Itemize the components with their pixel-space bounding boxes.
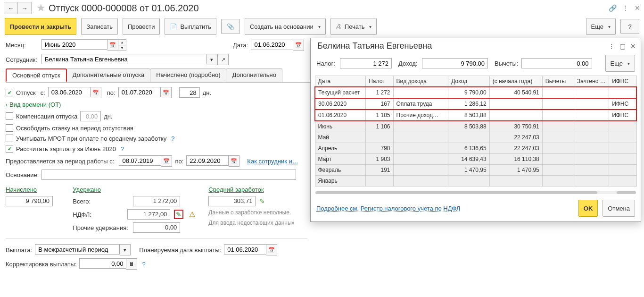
- pay-button[interactable]: 📄Выплатить: [165, 18, 216, 35]
- table-header[interactable]: Вычеты: [542, 76, 574, 87]
- vacation-from-field[interactable]: [48, 87, 91, 97]
- popup-deduct-label: Вычеты:: [495, 60, 519, 67]
- table-header[interactable]: Налог: [366, 76, 393, 87]
- accrued-header[interactable]: Начислено: [6, 186, 59, 193]
- table-header[interactable]: Зачтено …: [574, 76, 609, 87]
- tab-additional[interactable]: Дополнительно: [226, 68, 282, 82]
- work-period-to-field[interactable]: [186, 155, 229, 166]
- table-row[interactable]: Июнь1 1068 503,8830 750,91: [315, 121, 636, 132]
- basis-field[interactable]: [41, 170, 296, 180]
- correction-help-icon[interactable]: ?: [142, 261, 145, 268]
- calc-salary-help-icon[interactable]: ?: [121, 145, 124, 153]
- post-and-close-button[interactable]: Провести и закрыть: [5, 18, 76, 35]
- correction-field[interactable]: [79, 258, 126, 269]
- payment-mode-dropdown-icon[interactable]: ▾: [120, 244, 131, 255]
- planned-date-calendar-icon[interactable]: 📅: [266, 244, 277, 255]
- table-header[interactable]: Доход: [448, 76, 489, 87]
- vacation-from-calendar-icon[interactable]: 📅: [91, 87, 101, 98]
- date-calendar-icon[interactable]: 📅: [293, 40, 304, 51]
- popup-kebab-icon[interactable]: ⋮: [608, 42, 615, 50]
- work-period-from-field[interactable]: [119, 155, 161, 166]
- work-period-from-calendar-icon[interactable]: 📅: [161, 155, 172, 167]
- vacation-to-calendar-icon[interactable]: 📅: [161, 87, 172, 98]
- table-row[interactable]: Февраль1911 470,951 470,95: [315, 165, 636, 176]
- withheld-header[interactable]: Удержано: [73, 186, 195, 193]
- vacation-label: Отпуск: [16, 89, 36, 96]
- date-field[interactable]: [251, 40, 293, 50]
- payment-mode-field[interactable]: [35, 244, 120, 255]
- accrued-value: 9 790,00: [6, 196, 53, 206]
- table-header[interactable]: Вид дохода: [393, 76, 448, 87]
- calc-salary-checkbox[interactable]: [6, 145, 13, 153]
- days-suffix: дн.: [203, 89, 211, 96]
- vacation-days-field[interactable]: [179, 87, 200, 98]
- popup-close-icon[interactable]: ✕: [630, 42, 636, 50]
- ndfl-edit-icon[interactable]: ✎: [174, 210, 183, 219]
- table-row[interactable]: Январь: [315, 176, 636, 187]
- popup-deduct-field[interactable]: [521, 58, 592, 68]
- employee-dropdown-icon[interactable]: ▾: [206, 54, 217, 65]
- mrot-help-icon[interactable]: ?: [171, 135, 174, 142]
- write-button[interactable]: Записать: [81, 18, 118, 35]
- date-label: Дата:: [233, 42, 248, 49]
- print-button[interactable]: 🖨Печать: [330, 18, 377, 35]
- time-type-link[interactable]: › Вид времени (ОТ): [6, 101, 61, 108]
- tax-register-link[interactable]: Подробнее см. Регистр налогового учета п…: [316, 205, 574, 212]
- popup-cancel-button[interactable]: Отмена: [603, 200, 635, 217]
- favorite-star-icon[interactable]: ★: [36, 2, 46, 14]
- avg-earnings-edit-icon[interactable]: ✎: [259, 197, 265, 205]
- table-row[interactable]: Апрель7986 136,6522 247,03: [315, 143, 636, 154]
- table-header[interactable]: Дата: [315, 76, 366, 87]
- vacation-to-label: по:: [107, 89, 116, 96]
- tab-accrued-details[interactable]: Начислено (подробно): [150, 68, 226, 82]
- mrot-checkbox[interactable]: [6, 135, 13, 142]
- month-label: Месяц:: [6, 42, 39, 49]
- popup-ok-button[interactable]: OK: [578, 200, 598, 217]
- popup-more-button[interactable]: Еще: [605, 55, 635, 72]
- link-icon[interactable]: 🔗: [609, 4, 617, 12]
- work-period-to-calendar-icon[interactable]: 📅: [229, 155, 239, 167]
- kebab-menu-icon[interactable]: ⋮: [622, 4, 629, 12]
- month-calendar-icon[interactable]: 📅: [107, 39, 118, 51]
- popup-tax-label: Налог:: [316, 60, 337, 67]
- earnings-warning-line1: Данные о заработке неполные.: [208, 209, 307, 217]
- attach-button[interactable]: 📎: [221, 19, 240, 34]
- tab-additional-vacations[interactable]: Дополнительные отпуска: [66, 68, 151, 82]
- popup-tax-field[interactable]: [340, 58, 392, 68]
- planned-date-field[interactable]: [224, 244, 266, 255]
- nav-back-button[interactable]: ←: [4, 2, 18, 14]
- table-row[interactable]: Март1 90314 639,4316 110,38: [315, 154, 636, 165]
- correction-calc-icon[interactable]: 🖩: [126, 258, 137, 270]
- vacation-checkbox[interactable]: [6, 89, 13, 96]
- table-header[interactable]: (с начала года): [489, 76, 542, 87]
- avg-earnings-header[interactable]: Средний заработок: [208, 186, 307, 193]
- mrot-label: Учитывать МРОТ при оплате по среднему за…: [16, 135, 166, 142]
- toolbar-more-button[interactable]: Еще: [586, 18, 616, 35]
- vacation-to-field[interactable]: [118, 87, 161, 97]
- employee-open-icon[interactable]: ↗: [217, 54, 229, 65]
- employee-field[interactable]: [41, 54, 206, 64]
- table-row[interactable]: 01.06.20201 105Прочие доход…8 503,88ИФНС: [315, 110, 636, 121]
- table-row[interactable]: Текущий расчет1 2729 790,0040 540,91: [315, 87, 636, 98]
- tax-detail-table[interactable]: ДатаНалогВид доходаДоход(с начала года)В…: [314, 76, 637, 187]
- month-spin[interactable]: ▲▼: [118, 39, 126, 51]
- nav-forward-button[interactable]: →: [18, 2, 32, 14]
- table-row[interactable]: Май22 247,03: [315, 132, 636, 143]
- create-based-on-button[interactable]: Создать на основании: [245, 18, 326, 35]
- document-title: Отпуск 0000-000008 от 01.06.2020: [49, 3, 199, 14]
- month-field[interactable]: [41, 39, 107, 50]
- popup-income-field[interactable]: [422, 58, 488, 68]
- close-icon[interactable]: ✕: [635, 4, 640, 12]
- release-rate-checkbox[interactable]: [6, 124, 13, 132]
- toolbar-help-button[interactable]: ?: [620, 19, 639, 34]
- popup-maximize-icon[interactable]: ▢: [619, 42, 626, 50]
- compensation-checkbox[interactable]: [6, 112, 13, 120]
- post-button[interactable]: Провести: [123, 18, 160, 35]
- tab-main-vacation[interactable]: Основной отпуск: [6, 68, 67, 82]
- table-header[interactable]: ИФНС: [609, 76, 636, 87]
- withheld-total-label: Всего:: [73, 198, 129, 205]
- popup-h-scrollbar[interactable]: [315, 191, 636, 194]
- how-employee-link[interactable]: Как сотрудник и…: [247, 158, 298, 165]
- chevron-right-icon: ›: [6, 102, 8, 108]
- table-row[interactable]: 30.06.2020167Оплата труда1 286,12ИФНС: [315, 98, 636, 110]
